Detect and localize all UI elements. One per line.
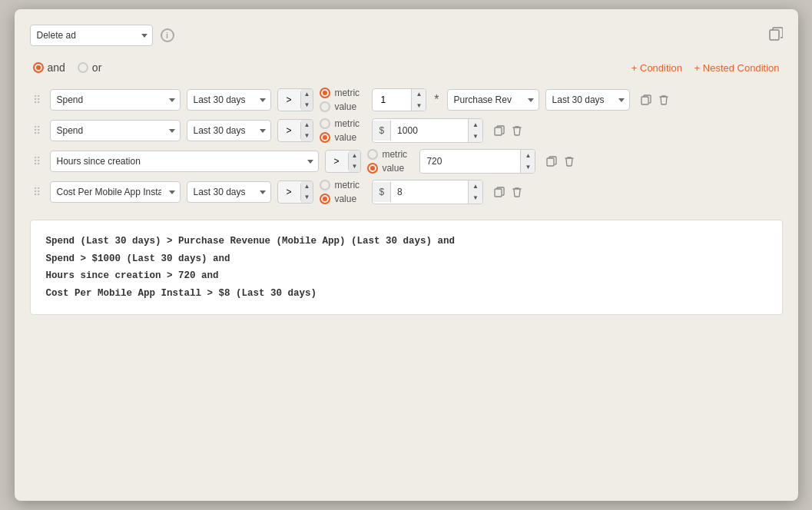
row-actions-3 xyxy=(545,154,575,168)
metric-dot-3 xyxy=(367,149,378,160)
preview-line-4: Cost Per Mobile App Install > $8 (Last 3… xyxy=(46,285,767,303)
delete-row-1[interactable] xyxy=(658,93,670,107)
or-label: or xyxy=(92,61,101,74)
metric-select-3[interactable]: Hours since creation Spend Cost Per Mobi… xyxy=(50,151,319,172)
operator-spinner-1: > ▲ ▼ xyxy=(277,88,314,111)
row-actions-1 xyxy=(639,93,670,107)
op-up-4[interactable]: ▲ xyxy=(301,181,313,192)
op-down-4[interactable]: ▼ xyxy=(301,192,313,203)
operator-value-4: > xyxy=(278,184,301,200)
multiplier-spin-1: ▲ ▼ xyxy=(411,88,426,111)
compare-timeframe-select-1[interactable]: Last 30 days Last 7 days Lifetime xyxy=(545,89,630,111)
metric-radio-1[interactable]: metric xyxy=(320,88,366,98)
val-up-2[interactable]: ▲ xyxy=(469,119,482,131)
metric-select-1[interactable]: Spend Hours since creation Cost Per Mobi… xyxy=(50,89,181,111)
timeframe-select-4[interactable]: Last 30 days Last 7 days Lifetime xyxy=(187,181,271,203)
compare-metric-select-1[interactable]: Purchase Rev Revenue Clicks xyxy=(447,89,539,111)
value-radio-1[interactable]: value xyxy=(320,101,366,112)
top-left: Delete ad Pause ad Enable ad Adjust bid … xyxy=(30,25,174,46)
copy-window-icon[interactable] xyxy=(769,27,783,44)
operator-spinner-4: > ▲ ▼ xyxy=(277,180,314,204)
delete-row-2[interactable] xyxy=(511,124,523,137)
value-dot-1 xyxy=(320,101,330,112)
preview-box: Spend (Last 30 days) > Purchase Revenue … xyxy=(30,220,783,315)
condition-row-1: ⠿ Spend Hours since creation Cost Per Mo… xyxy=(30,88,783,112)
conditions-area: ⠿ Spend Hours since creation Cost Per Mo… xyxy=(30,88,783,204)
operator-value-2: > xyxy=(278,122,301,139)
copy-row-1[interactable] xyxy=(639,93,653,107)
value-radio-3[interactable]: value xyxy=(367,163,413,174)
val-up-3[interactable]: ▲ xyxy=(521,150,535,161)
value-field-group-2: $ ▲ ▼ xyxy=(372,118,483,143)
multiplier-value-1[interactable] xyxy=(373,91,411,108)
drag-handle-3[interactable]: ⠿ xyxy=(30,156,44,167)
op-up-3[interactable]: ▲ xyxy=(349,151,361,161)
preview-line-3: Hours since creation > 720 and xyxy=(46,267,767,285)
value-radio-2[interactable]: value xyxy=(320,132,366,143)
drag-handle-1[interactable]: ⠿ xyxy=(30,94,44,105)
delete-row-3[interactable] xyxy=(563,154,575,168)
main-window: Delete ad Pause ad Enable ad Adjust bid … xyxy=(15,9,798,501)
metric-radio-3[interactable]: metric xyxy=(367,149,413,160)
operator-value-1: > xyxy=(278,91,301,108)
val-down-2[interactable]: ▼ xyxy=(469,131,482,142)
preview-line-1: Spend (Last 30 days) > Purchase Revenue … xyxy=(46,233,767,250)
copy-row-2[interactable] xyxy=(492,124,506,137)
metric-select-4[interactable]: Cost Per Mobile App Instal Spend Hours s… xyxy=(50,181,181,203)
compare-type-2: metric value xyxy=(320,118,366,143)
value-dot-3 xyxy=(367,163,378,174)
mult-up-1[interactable]: ▲ xyxy=(412,88,426,100)
spinner-arrows-2: ▲ ▼ xyxy=(301,120,313,141)
copy-row-3[interactable] xyxy=(545,154,558,168)
operator-spinner-3: > ▲ ▼ xyxy=(325,150,362,173)
value-spinner-2: ▲ ▼ xyxy=(468,119,482,142)
info-icon[interactable]: i xyxy=(161,28,174,42)
metric-radio-2[interactable]: metric xyxy=(320,118,366,129)
value-radio-4[interactable]: value xyxy=(320,194,366,204)
value-input-4[interactable] xyxy=(391,182,468,202)
or-radio[interactable]: or xyxy=(78,61,101,74)
add-nested-condition-link[interactable]: + Nested Condition xyxy=(694,62,780,74)
add-condition-link[interactable]: + Condition xyxy=(631,62,682,74)
value-dot-2 xyxy=(320,132,330,143)
logic-right: + Condition + Nested Condition xyxy=(631,62,780,74)
svg-rect-3 xyxy=(547,158,554,166)
currency-2: $ xyxy=(373,121,391,141)
val-down-4[interactable]: ▼ xyxy=(469,192,482,204)
metric-select-2[interactable]: Spend Hours since creation Cost Per Mobi… xyxy=(50,120,181,141)
value-spinner-3: ▲ ▼ xyxy=(520,150,535,173)
compare-type-4: metric value xyxy=(320,180,366,204)
svg-rect-0 xyxy=(770,30,779,40)
operator-value-3: > xyxy=(326,153,349,170)
multiplier-input-1: ▲ ▼ xyxy=(372,88,426,111)
value-spinner-4: ▲ ▼ xyxy=(468,180,482,204)
timeframe-select-2[interactable]: Last 30 days Last 7 days Lifetime xyxy=(187,120,271,141)
op-up-2[interactable]: ▲ xyxy=(301,120,313,131)
value-input-3[interactable] xyxy=(420,151,520,171)
svg-rect-4 xyxy=(495,189,502,197)
metric-radio-4[interactable]: metric xyxy=(320,180,366,190)
value-field-group-3: ▲ ▼ xyxy=(419,149,535,174)
value-input-2[interactable] xyxy=(391,121,468,141)
val-down-3[interactable]: ▼ xyxy=(521,161,535,173)
currency-4: $ xyxy=(373,182,391,202)
compare-type-1: metric value xyxy=(320,88,366,112)
and-radio[interactable]: and xyxy=(33,61,65,74)
op-down-2[interactable]: ▼ xyxy=(301,131,313,141)
copy-row-4[interactable] xyxy=(492,185,506,199)
preview-line-2: Spend > $1000 (Last 30 days) and xyxy=(46,250,767,268)
value-field-group-4: $ ▲ ▼ xyxy=(372,180,483,204)
op-down-1[interactable]: ▼ xyxy=(301,100,313,111)
op-up-1[interactable]: ▲ xyxy=(301,89,313,100)
timeframe-select-1[interactable]: Last 30 days Last 7 days Lifetime xyxy=(187,89,271,111)
svg-rect-2 xyxy=(495,128,502,135)
delete-row-4[interactable] xyxy=(511,185,523,199)
spinner-arrows-1: ▲ ▼ xyxy=(301,89,313,111)
op-down-3[interactable]: ▼ xyxy=(349,161,361,172)
or-radio-dot xyxy=(78,62,88,73)
drag-handle-2[interactable]: ⠿ xyxy=(30,125,44,136)
mult-down-1[interactable]: ▼ xyxy=(412,100,426,111)
action-select[interactable]: Delete ad Pause ad Enable ad Adjust bid xyxy=(30,25,153,46)
val-up-4[interactable]: ▲ xyxy=(469,180,482,192)
drag-handle-4[interactable]: ⠿ xyxy=(30,187,44,197)
